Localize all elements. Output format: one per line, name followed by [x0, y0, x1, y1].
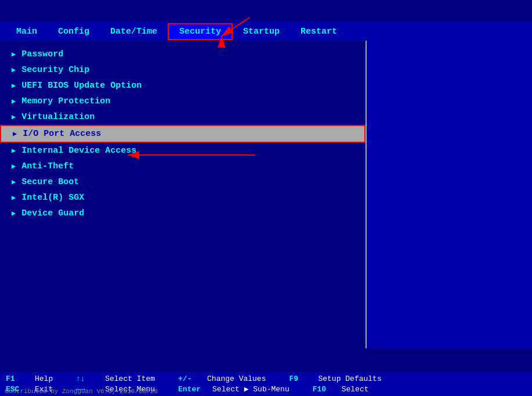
bottom-key: Enter [178, 385, 201, 394]
menu-item-label: UEFI BIOS Update Option [21, 81, 142, 91]
menu-item-password[interactable]: ▶Password [0, 46, 365, 62]
arrow-icon: ▶ [12, 97, 16, 106]
arrow-icon: ▶ [12, 146, 16, 155]
arrow-icon: ▶ [12, 81, 16, 90]
bottom-key: +/- [178, 375, 196, 383]
menu-item-label: Password [21, 49, 63, 59]
menu-item-uefi-bios-update-option[interactable]: ▶UEFI BIOS Update Option [0, 78, 365, 93]
bottom-label: Select [342, 385, 369, 394]
arrow-icon: ▶ [12, 209, 16, 218]
arrow-icon: ▶ [12, 178, 16, 186]
right-panel [365, 41, 532, 348]
arrow-icon: ▶ [13, 129, 17, 138]
bottom-key: ↑↓ [76, 375, 93, 383]
left-panel: ▶Password▶Security Chip▶UEFI BIOS Update… [0, 41, 365, 348]
menu-item-device-guard[interactable]: ▶Device Guard [0, 206, 365, 221]
arrow-icon: ▶ [12, 50, 16, 59]
arrow-icon: ▶ [12, 113, 16, 121]
bottom-label: Select ▶ Sub-Menu [212, 384, 289, 394]
title-bar [0, 17, 532, 22]
nav-menu: MainConfigDate/TimeSecurityStartupRestar… [0, 22, 532, 41]
menu-item-label: Secure Boot [21, 177, 79, 187]
bottom-label: Help [35, 375, 53, 383]
nav-item-config[interactable]: Config [48, 24, 100, 39]
bottom-label: Change Values [207, 375, 266, 383]
nav-item-main[interactable]: Main [6, 24, 48, 39]
bottom-key: F1 [6, 375, 23, 383]
menu-item-label: Memory Protection [21, 96, 110, 106]
menu-item-security-chip[interactable]: ▶Security Chip [0, 62, 365, 78]
menu-item-intel-r--sgx[interactable]: ▶Intel(R) SGX [0, 190, 365, 206]
contributed-text: Contributed by Zongguan V6.0, 2018/03/28 [0, 387, 162, 396]
menu-item-secure-boot[interactable]: ▶Secure Boot [0, 174, 365, 190]
menu-item-i-o-port-access[interactable]: ▶I/O Port Access [0, 125, 365, 143]
menu-item-label: Virtualization [21, 112, 95, 122]
menu-item-virtualization[interactable]: ▶Virtualization [0, 109, 365, 125]
bottom-key: F10 [313, 385, 330, 394]
bottom-label: Setup Defaults [318, 375, 381, 383]
nav-item-startup[interactable]: Startup [233, 24, 290, 39]
main-content: ▶Password▶Security Chip▶UEFI BIOS Update… [0, 41, 532, 348]
bottom-label: Select Item [105, 375, 155, 383]
menu-item-label: Intel(R) SGX [21, 193, 84, 203]
top-bar [0, 0, 532, 17]
menu-item-internal-device-access[interactable]: ▶Internal Device Access [0, 143, 365, 159]
menu-item-memory-protection[interactable]: ▶Memory Protection [0, 93, 365, 109]
arrow-icon: ▶ [12, 66, 16, 74]
bottom-row-1: F1Help↑↓Select Item+/-Change ValuesF9Set… [6, 375, 526, 383]
nav-item-restart[interactable]: Restart [290, 24, 348, 39]
menu-item-label: Device Guard [21, 208, 84, 218]
nav-item-date-time[interactable]: Date/Time [100, 24, 168, 39]
bottom-key: F9 [289, 375, 306, 383]
arrow-icon: ▶ [12, 193, 16, 202]
bottom-bar: F1Help↑↓Select Item+/-Change ValuesF9Set… [0, 372, 532, 396]
arrow-icon: ▶ [12, 162, 16, 171]
menu-item-anti-theft[interactable]: ▶Anti-Theft [0, 159, 365, 174]
menu-item-label: I/O Port Access [23, 129, 101, 139]
menu-item-label: Internal Device Access [21, 146, 136, 156]
nav-item-security[interactable]: Security [168, 23, 233, 40]
menu-item-label: Security Chip [21, 65, 89, 75]
menu-item-label: Anti-Theft [21, 161, 74, 171]
